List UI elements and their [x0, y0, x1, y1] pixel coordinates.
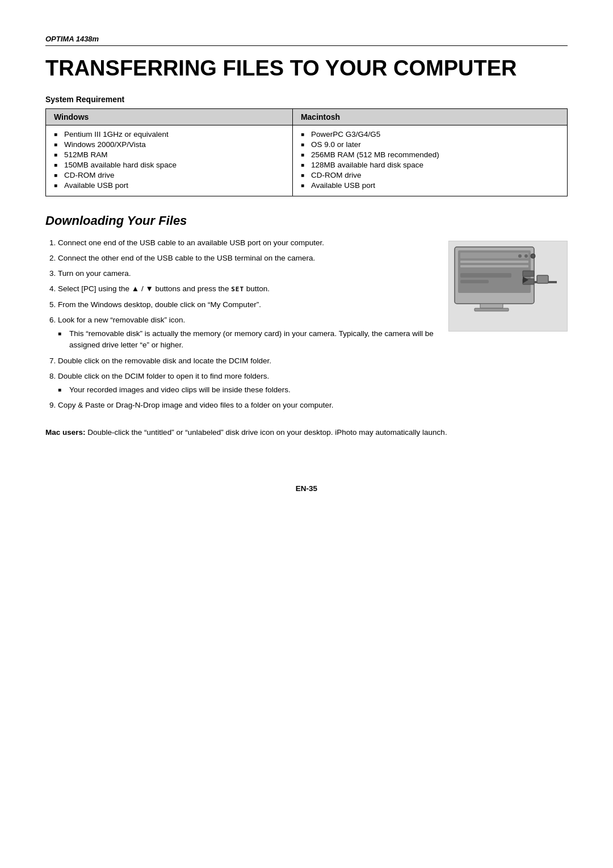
list-item: Pentium III 1GHz or equivalent [54, 130, 284, 139]
steps-area: Connect one end of the USB cable to an a… [45, 237, 568, 416]
svg-rect-3 [460, 261, 528, 263]
svg-rect-10 [537, 275, 548, 283]
svg-rect-6 [460, 280, 489, 283]
camera-svg [449, 241, 562, 326]
model-name: OPTIMA 1438m [45, 35, 99, 43]
svg-rect-2 [460, 253, 528, 258]
step-3: Turn on your camera. [58, 268, 435, 279]
sub-bullet-item: This “removable disk” is actually the me… [58, 328, 435, 351]
list-item: Available USB port [301, 181, 559, 190]
sub-bullet-item: Your recorded images and video clips wil… [58, 384, 435, 396]
svg-rect-12 [480, 304, 503, 308]
mac-note: Mac users: Double-click the “untitled” o… [45, 427, 568, 439]
mac-note-bold: Mac users: [45, 428, 86, 437]
system-requirement-section: System Requirement Windows Macintosh Pen… [45, 95, 568, 196]
steps-list: Connect one end of the USB cable to an a… [45, 237, 435, 416]
set-label: SET [231, 286, 244, 293]
step-1: Connect one end of the USB cable to an a… [58, 237, 435, 249]
list-item: Available USB port [54, 181, 284, 190]
windows-requirements: Pentium III 1GHz or equivalent Windows 2… [46, 125, 293, 196]
step-7: Double click on the removable disk and l… [58, 355, 435, 367]
list-item: 150MB available hard disk space [54, 161, 284, 169]
step-2: Connect the other end of the USB cable t… [58, 253, 435, 264]
svg-point-14 [531, 254, 535, 258]
requirements-table: Windows Macintosh Pentium III 1GHz or eq… [45, 108, 568, 196]
page-title: TRANSFERRING FILES TO YOUR COMPUTER [45, 56, 568, 81]
mac-requirements: PowerPC G3/G4/G5 OS 9.0 or later 256MB R… [292, 125, 567, 196]
col-windows: Windows [46, 108, 293, 125]
step-8: Double click on the DCIM folder to open … [58, 371, 435, 396]
camera-illustration [448, 241, 568, 332]
svg-rect-7 [523, 271, 534, 276]
list-item: OS 9.0 or later [301, 140, 559, 149]
page-footer: EN-35 [45, 484, 568, 493]
mac-note-text: Double-click the “untitled” or “unlabele… [87, 428, 447, 437]
svg-rect-4 [460, 265, 528, 267]
col-mac: Macintosh [292, 108, 567, 125]
list-item: 128MB available hard disk space [301, 161, 559, 169]
svg-rect-13 [475, 308, 509, 311]
svg-point-15 [524, 254, 528, 258]
downloading-heading: Downloading Your Files [45, 213, 568, 228]
list-item: PowerPC G3/G4/G5 [301, 130, 559, 139]
list-item: CD-ROM drive [301, 171, 559, 179]
step-6: Look for a new “removable disk” icon. Th… [58, 315, 435, 351]
svg-rect-5 [460, 273, 511, 278]
page-number: EN-35 [296, 484, 317, 493]
system-requirement-label: System Requirement [45, 95, 568, 104]
svg-point-16 [518, 254, 522, 258]
list-item: CD-ROM drive [54, 171, 284, 179]
page-header: OPTIMA 1438m [45, 34, 568, 46]
step-5: From the Windows desktop, double click o… [58, 299, 435, 311]
downloading-section: Downloading Your Files Connect one end o… [45, 213, 568, 439]
list-item: 256MB RAM (512 MB recommended) [301, 150, 559, 159]
step-9: Copy & Paste or Drag-N-Drop image and vi… [58, 400, 435, 411]
list-item: 512MB RAM [54, 150, 284, 159]
step-4: Select [PC] using the ▲ / ▼ buttons and … [58, 283, 435, 295]
list-item: Windows 2000/XP/Vista [54, 140, 284, 149]
